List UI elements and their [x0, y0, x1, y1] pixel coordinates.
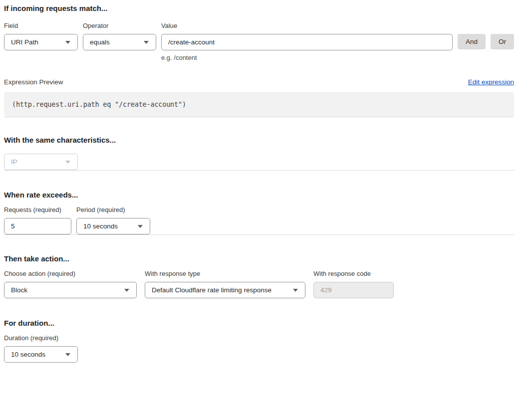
duration-group: Duration (required) 10 seconds: [4, 334, 78, 363]
chevron-down-icon: [65, 41, 70, 44]
characteristics-row: IP: [4, 154, 514, 170]
response-type-label: With response type: [145, 270, 305, 277]
choose-action-group: Choose action (required) Block: [4, 270, 137, 298]
value-helper-text: e.g. /content: [161, 54, 453, 61]
rate-limiting-rule-form: If incoming requests match... Field URI …: [0, 0, 523, 366]
period-select-value: 10 seconds: [83, 222, 118, 230]
value-label: Value: [161, 22, 453, 29]
field-label: Field: [4, 22, 78, 29]
expression-preview-box: (http.request.uri.path eq "/create-accou…: [4, 92, 514, 117]
operator-select-value: equals: [90, 38, 110, 46]
duration-select-value: 10 seconds: [11, 351, 45, 358]
section-title-incoming-requests: If incoming requests match...: [4, 4, 514, 12]
section-title-for-duration: For duration...: [4, 319, 514, 327]
period-group: Period (required) 10 seconds: [76, 206, 150, 234]
value-input[interactable]: [161, 34, 453, 50]
section-divider: [4, 234, 514, 235]
and-button[interactable]: And: [458, 34, 486, 49]
requests-group: Requests (required): [4, 206, 71, 234]
response-code-input: [313, 282, 394, 298]
response-type-select-value: Default Cloudflare rate limiting respons…: [152, 286, 271, 294]
value-group: Value e.g. /content: [161, 22, 453, 61]
operator-label: Operator: [83, 22, 156, 29]
field-select[interactable]: URI Path: [4, 34, 78, 50]
or-button[interactable]: Or: [491, 34, 514, 49]
operator-select[interactable]: equals: [83, 34, 156, 50]
expression-logic-buttons: And Or: [458, 34, 514, 49]
chevron-down-icon: [144, 41, 149, 44]
rate-row: Requests (required) Period (required) 10…: [4, 206, 514, 234]
duration-row: Duration (required) 10 seconds: [4, 334, 514, 363]
field-select-value: URI Path: [11, 38, 38, 46]
expression-preview-header: Expression Preview Edit expression: [4, 78, 514, 86]
response-type-select[interactable]: Default Cloudflare rate limiting respons…: [145, 282, 305, 298]
action-row: Choose action (required) Block With resp…: [4, 270, 514, 298]
requests-label: Requests (required): [4, 206, 71, 213]
section-title-rate-exceeds: When rate exceeds...: [4, 191, 514, 199]
section-divider: [4, 117, 514, 117]
chevron-down-icon: [138, 225, 143, 228]
period-select[interactable]: 10 seconds: [76, 218, 150, 234]
chevron-down-icon: [65, 353, 70, 356]
edit-expression-link[interactable]: Edit expression: [468, 78, 514, 86]
chevron-down-icon: [293, 289, 298, 292]
choose-action-select[interactable]: Block: [4, 282, 137, 298]
choose-action-label: Choose action (required): [4, 270, 137, 277]
requests-input[interactable]: [4, 218, 71, 234]
chevron-down-icon: [124, 289, 129, 292]
operator-group: Operator equals: [83, 22, 156, 50]
match-expression-builder-row: Field URI Path Operator equals Value e.g…: [4, 22, 514, 61]
choose-action-select-value: Block: [11, 286, 27, 294]
response-type-group: With response type Default Cloudflare ra…: [145, 270, 305, 298]
expression-preview-label: Expression Preview: [4, 78, 63, 86]
period-label: Period (required): [76, 206, 150, 213]
expression-code: (http.request.uri.path eq "/create-accou…: [12, 100, 186, 108]
characteristics-select-value: IP: [11, 158, 17, 166]
section-title-characteristics: With the same characteristics...: [4, 136, 514, 144]
section-divider: [4, 170, 514, 171]
response-code-group: With response code: [313, 270, 394, 298]
characteristics-group: IP: [4, 154, 78, 170]
duration-select[interactable]: 10 seconds: [4, 346, 78, 363]
field-group: Field URI Path: [4, 22, 78, 50]
duration-label: Duration (required): [4, 334, 78, 342]
section-title-take-action: Then take action...: [4, 254, 514, 263]
response-code-label: With response code: [313, 270, 394, 277]
chevron-down-icon: [65, 161, 70, 164]
characteristics-select: IP: [4, 154, 78, 170]
